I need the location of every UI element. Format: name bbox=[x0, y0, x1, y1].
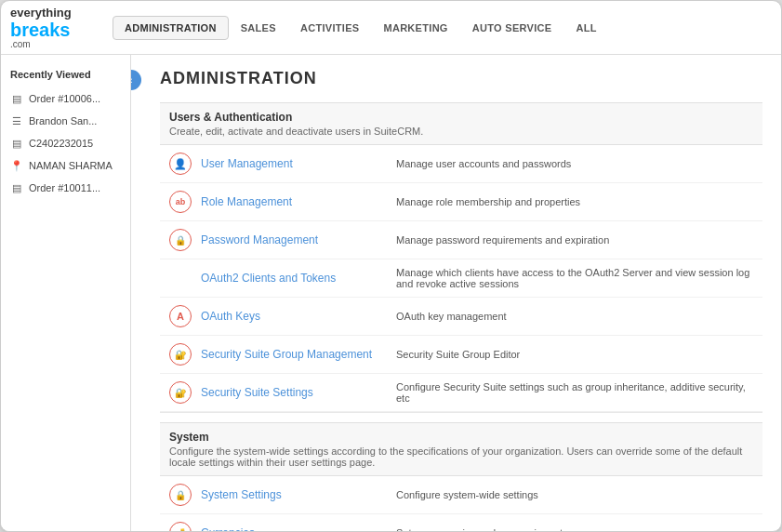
admin-row-user-management: 👤 User Management Manage user accounts a… bbox=[160, 145, 762, 183]
nav-item-marketing[interactable]: MARKETING bbox=[371, 16, 459, 40]
admin-row-security-group: 🔐 Security Suite Group Management Securi… bbox=[160, 336, 762, 374]
sidebar-item-label: NAMAN SHARMA bbox=[29, 160, 113, 171]
document-icon: ▤ bbox=[10, 137, 23, 150]
security-group-link[interactable]: Security Suite Group Management bbox=[201, 348, 387, 361]
sidebar-item-c2402[interactable]: ▤ C2402232015 bbox=[1, 132, 130, 154]
password-management-icon: 🔒 bbox=[169, 229, 192, 251]
system-settings-desc: Configure system-wide settings bbox=[396, 489, 753, 500]
collapse-col: ‹ bbox=[131, 55, 141, 531]
security-settings-link[interactable]: Security Suite Settings bbox=[201, 386, 387, 399]
content-area: ADMINISTRATION Users & Authentication Cr… bbox=[141, 55, 781, 531]
admin-row-oauth-keys: A OAuth Keys OAuth key management bbox=[160, 298, 762, 336]
sidebar: Recently Viewed ▤ Order #10006... ☰ Bran… bbox=[1, 55, 131, 531]
contact-icon: ☰ bbox=[10, 114, 23, 127]
nav-item-administration[interactable]: ADMINISTRATION bbox=[113, 16, 229, 40]
location-icon: 📍 bbox=[10, 159, 23, 172]
oauth2-desc: Manage which clients have access to the … bbox=[396, 267, 753, 289]
nav-item-all[interactable]: ALL bbox=[563, 16, 608, 40]
role-management-link[interactable]: Role Management bbox=[201, 195, 387, 208]
section-users-auth: Users & Authentication Create, edit, act… bbox=[160, 102, 762, 145]
currencies-link[interactable]: Currencies bbox=[201, 526, 387, 531]
admin-row-currencies: 💰 Currencies Set up currencies and conve… bbox=[160, 514, 762, 531]
section-users-auth-title: Users & Authentication bbox=[169, 111, 753, 124]
role-management-icon: ab bbox=[169, 191, 192, 213]
app-window: everything breaks .com ADMINISTRATION SA… bbox=[0, 0, 782, 532]
content-wrapper: ‹ ADMINISTRATION Users & Authentication … bbox=[131, 55, 781, 531]
logo-breaks: breaks bbox=[10, 20, 94, 39]
admin-row-role-management: ab Role Management Manage role membershi… bbox=[160, 183, 762, 221]
section-system-desc: Configure the system-wide settings accor… bbox=[169, 446, 753, 468]
sidebar-item-naman[interactable]: 📍 NAMAN SHARMA bbox=[1, 154, 130, 177]
section-users-auth-desc: Create, edit, activate and deactivate us… bbox=[169, 126, 753, 137]
section-system-title: System bbox=[169, 431, 753, 444]
admin-row-system-settings: 🔒 System Settings Configure system-wide … bbox=[160, 476, 762, 514]
security-group-desc: Security Suite Group Editor bbox=[396, 349, 753, 360]
password-management-link[interactable]: Password Management bbox=[201, 233, 387, 246]
user-management-icon: 👤 bbox=[169, 153, 192, 175]
section-system: System Configure the system-wide setting… bbox=[160, 422, 762, 476]
sidebar-item-label: C2402232015 bbox=[29, 138, 93, 149]
security-group-icon: 🔐 bbox=[169, 343, 192, 366]
oauth2-link[interactable]: OAuth2 Clients and Tokens bbox=[201, 272, 387, 285]
order2-icon: ▤ bbox=[10, 181, 23, 194]
logo-com: .com bbox=[10, 39, 94, 49]
sidebar-item-label: Order #10011... bbox=[29, 182, 100, 193]
user-management-link[interactable]: User Management bbox=[201, 157, 387, 170]
admin-items-system: 🔒 System Settings Configure system-wide … bbox=[160, 476, 762, 531]
order-icon: ▤ bbox=[10, 92, 23, 105]
logo[interactable]: everything breaks .com bbox=[10, 6, 94, 49]
main-layout: Recently Viewed ▤ Order #10006... ☰ Bran… bbox=[1, 55, 781, 531]
collapse-sidebar-button[interactable]: ‹ bbox=[131, 70, 141, 90]
sidebar-item-brandon[interactable]: ☰ Brandon San... bbox=[1, 110, 130, 132]
sidebar-title: Recently Viewed bbox=[1, 64, 130, 87]
sidebar-item-label: Brandon San... bbox=[29, 115, 97, 126]
admin-items-users: 👤 User Management Manage user accounts a… bbox=[160, 145, 762, 413]
security-settings-icon: 🔐 bbox=[169, 381, 192, 404]
nav-item-sales[interactable]: SALES bbox=[229, 16, 288, 40]
nav-item-autoservice[interactable]: AUTO SERVICE bbox=[460, 16, 564, 40]
nav-items: ADMINISTRATION SALES ACTIVITIES MARKETIN… bbox=[113, 16, 609, 40]
security-settings-desc: Configure Security Suite settings such a… bbox=[396, 381, 753, 404]
admin-row-password-management: 🔒 Password Management Manage password re… bbox=[160, 221, 762, 259]
admin-row-security-settings: 🔐 Security Suite Settings Configure Secu… bbox=[160, 374, 762, 412]
admin-row-oauth2: OAuth2 Clients and Tokens Manage which c… bbox=[160, 259, 762, 298]
password-management-desc: Manage password requirements and expirat… bbox=[396, 234, 753, 246]
currencies-desc: Set up currencies and conversion rates bbox=[396, 527, 753, 531]
currencies-icon: 💰 bbox=[169, 522, 192, 531]
sidebar-item-order2[interactable]: ▤ Order #10011... bbox=[1, 177, 130, 199]
sidebar-item-order1[interactable]: ▤ Order #10006... bbox=[1, 87, 130, 110]
system-settings-link[interactable]: System Settings bbox=[201, 488, 387, 501]
sidebar-item-label: Order #10006... bbox=[29, 93, 100, 104]
oauth-keys-desc: OAuth key management bbox=[396, 311, 753, 322]
role-management-desc: Manage role membership and properties bbox=[396, 196, 753, 207]
page-title: ADMINISTRATION bbox=[160, 69, 762, 88]
oauth-keys-icon: A bbox=[169, 305, 192, 327]
logo-everything: everything bbox=[10, 6, 94, 20]
system-settings-icon: 🔒 bbox=[169, 484, 192, 506]
top-nav: everything breaks .com ADMINISTRATION SA… bbox=[1, 1, 781, 55]
nav-item-activities[interactable]: ACTIVITIES bbox=[288, 16, 372, 40]
user-management-desc: Manage user accounts and passwords bbox=[396, 158, 753, 169]
oauth-keys-link[interactable]: OAuth Keys bbox=[201, 310, 387, 323]
